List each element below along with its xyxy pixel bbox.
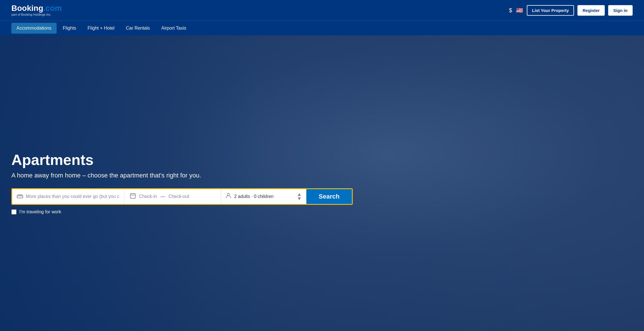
hero-subtitle: A home away from home – choose the apart…	[11, 172, 353, 179]
work-travel-label[interactable]: I'm traveling for work	[19, 209, 61, 214]
svg-rect-5	[130, 194, 135, 198]
work-travel-row: I'm traveling for work	[11, 209, 353, 214]
guests-field[interactable]: 2 adults · 0 children ▲ ▼	[221, 189, 306, 204]
nav-item-accommodations[interactable]: Accommodations	[11, 23, 57, 34]
logo-com: com	[46, 4, 62, 12]
currency-icon[interactable]: $	[509, 7, 512, 14]
checkout-label: Check-out	[168, 194, 189, 199]
svg-rect-2	[20, 195, 22, 196]
flag-icon[interactable]: 🇺🇸	[515, 7, 523, 13]
hero-title: Apartments	[11, 152, 353, 168]
date-field[interactable]: Check-in — Check-out	[124, 189, 221, 204]
search-bar: Check-in — Check-out 2 adults · 0 childr…	[11, 188, 353, 205]
svg-point-9	[227, 193, 230, 196]
sign-in-button[interactable]: Sign in	[608, 5, 633, 16]
work-travel-checkbox[interactable]	[11, 209, 16, 214]
nav-item-car-rentals[interactable]: Car Rentals	[121, 23, 155, 34]
calendar-icon	[130, 193, 136, 200]
guests-stepper[interactable]: ▲ ▼	[297, 192, 302, 201]
person-icon	[226, 193, 231, 200]
list-property-button[interactable]: List Your Property	[527, 5, 574, 16]
nav-item-airport-taxis[interactable]: Airport Taxis	[156, 23, 191, 34]
top-bar: Booking . com part of Booking Holdings I…	[0, 0, 644, 21]
date-separator: —	[160, 194, 165, 199]
logo[interactable]: Booking . com	[11, 4, 62, 12]
checkin-label: Check-in	[139, 194, 157, 199]
logo-dot: .	[43, 4, 46, 12]
secondary-nav: Accommodations Flights Flight + Hotel Ca…	[0, 21, 644, 35]
logo-booking: Booking	[11, 4, 43, 12]
destination-input[interactable]	[26, 194, 119, 199]
hero-section: Apartments A home away from home – choos…	[0, 35, 644, 331]
logo-tagline: part of Booking Holdings Inc.	[11, 13, 62, 16]
register-button[interactable]: Register	[577, 5, 605, 16]
nav-item-flight-hotel[interactable]: Flight + Hotel	[82, 23, 120, 34]
search-button[interactable]: Search	[306, 189, 352, 204]
logo-area: Booking . com part of Booking Holdings I…	[11, 4, 62, 16]
top-bar-right: $ 🇺🇸 List Your Property Register Sign in	[509, 5, 633, 16]
nav-item-flights[interactable]: Flights	[58, 23, 81, 34]
guests-value: 2 adults · 0 children	[234, 194, 294, 199]
date-field-text: Check-in — Check-out	[139, 194, 189, 199]
destination-field[interactable]	[12, 189, 124, 204]
svg-rect-1	[18, 195, 20, 196]
hero-content: Apartments A home away from home – choos…	[11, 152, 353, 214]
bed-icon	[17, 193, 23, 200]
